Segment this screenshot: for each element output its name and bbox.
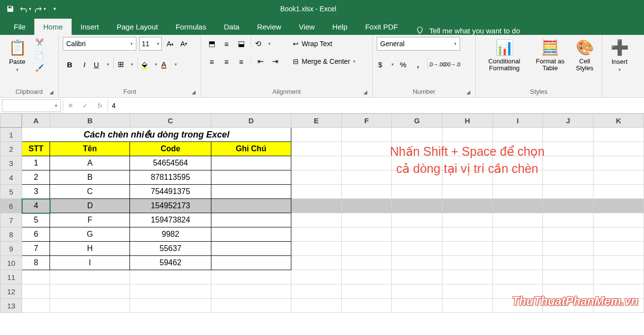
- conditional-formatting-button[interactable]: 📊Conditional Formatting: [480, 37, 529, 74]
- cell[interactable]: [442, 284, 493, 299]
- tab-page-layout[interactable]: Page Layout: [108, 19, 167, 35]
- font-color-button[interactable]: A▾: [160, 57, 179, 71]
- cell[interactable]: [442, 227, 493, 242]
- cell[interactable]: [392, 256, 442, 270]
- column-header[interactable]: G: [392, 114, 442, 128]
- cell[interactable]: [593, 170, 644, 185]
- row-header[interactable]: 11: [0, 270, 22, 284]
- column-header[interactable]: F: [341, 114, 392, 128]
- tab-file[interactable]: File: [5, 19, 34, 35]
- cell[interactable]: [291, 242, 341, 256]
- cell[interactable]: [291, 170, 341, 185]
- cell[interactable]: 3: [22, 185, 50, 199]
- font-size-combo[interactable]: 11▾: [139, 37, 162, 51]
- qat-customize[interactable]: ▾: [48, 2, 61, 15]
- row-header[interactable]: 12: [0, 284, 22, 299]
- cell[interactable]: [341, 284, 392, 299]
- cell[interactable]: [341, 156, 392, 170]
- italic-button[interactable]: I: [77, 57, 91, 71]
- cell[interactable]: [392, 299, 442, 313]
- cell[interactable]: [50, 299, 130, 313]
- comma-button[interactable]: ,: [411, 57, 425, 71]
- row-header[interactable]: 3: [0, 156, 22, 170]
- cell[interactable]: [543, 128, 593, 142]
- cell[interactable]: [442, 185, 493, 199]
- cell[interactable]: F: [50, 213, 130, 227]
- row-header[interactable]: 6: [0, 199, 22, 213]
- cell[interactable]: [543, 213, 593, 227]
- cell[interactable]: [593, 256, 644, 270]
- cell[interactable]: [211, 299, 291, 313]
- cell[interactable]: [392, 284, 442, 299]
- cell[interactable]: 754491375: [130, 185, 211, 199]
- insert-function-button[interactable]: fx: [93, 99, 107, 112]
- cell[interactable]: [211, 284, 291, 299]
- tab-home[interactable]: Home: [34, 19, 72, 35]
- cell[interactable]: [291, 213, 341, 227]
- tell-me-search[interactable]: Tell me what you want to do: [415, 26, 520, 35]
- cell[interactable]: 55637: [130, 242, 211, 256]
- row-header[interactable]: 9: [0, 242, 22, 256]
- cell[interactable]: [211, 256, 291, 270]
- format-painter-button[interactable]: 🖌️: [33, 62, 45, 73]
- cell[interactable]: [22, 299, 50, 313]
- cell[interactable]: Cách chèn nhiều dòng trong Excel: [22, 128, 291, 142]
- borders-button[interactable]: ⊞▾: [116, 57, 135, 71]
- cell[interactable]: [50, 270, 130, 284]
- cell[interactable]: [291, 270, 341, 284]
- increase-indent-button[interactable]: ⇥: [268, 55, 282, 68]
- cell[interactable]: [392, 199, 442, 213]
- row-header[interactable]: 4: [0, 170, 22, 185]
- number-format-combo[interactable]: General▾: [377, 37, 460, 51]
- cut-button[interactable]: ✂️: [33, 37, 45, 48]
- align-middle-button[interactable]: ≡: [220, 37, 233, 51]
- cell[interactable]: 6: [22, 227, 50, 242]
- cell[interactable]: [492, 242, 543, 256]
- cell[interactable]: [341, 242, 392, 256]
- cell[interactable]: [22, 270, 50, 284]
- column-header[interactable]: B: [50, 114, 130, 128]
- column-header[interactable]: D: [211, 114, 291, 128]
- cell[interactable]: [341, 299, 392, 313]
- cell[interactable]: [341, 170, 392, 185]
- align-center-button[interactable]: ≡: [220, 55, 233, 68]
- cell[interactable]: [341, 213, 392, 227]
- cell[interactable]: [341, 270, 392, 284]
- cell[interactable]: [341, 142, 392, 156]
- format-as-table-button[interactable]: 🧮Format as Table: [532, 37, 568, 74]
- cell[interactable]: [543, 170, 593, 185]
- row-header[interactable]: 8: [0, 227, 22, 242]
- cell[interactable]: [211, 199, 291, 213]
- tab-help[interactable]: Help: [324, 19, 357, 35]
- cell-styles-button[interactable]: 🎨Cell Styles: [571, 37, 598, 74]
- fill-color-button[interactable]: ⬙▾: [140, 57, 159, 71]
- cell[interactable]: [211, 227, 291, 242]
- cell[interactable]: [291, 256, 341, 270]
- paste-button[interactable]: 📋 Paste ▾: [4, 37, 30, 74]
- tab-data[interactable]: Data: [215, 19, 248, 35]
- cell[interactable]: STT: [22, 142, 50, 156]
- cell[interactable]: [50, 284, 130, 299]
- decrease-decimal-button[interactable]: .00→.0: [445, 57, 459, 71]
- tab-formulas[interactable]: Formulas: [167, 19, 215, 35]
- cell[interactable]: [543, 156, 593, 170]
- name-box[interactable]: ▾: [2, 99, 61, 112]
- font-name-combo[interactable]: Calibri▾: [63, 37, 136, 51]
- insert-cells-button[interactable]: ➕Insert▾: [606, 37, 633, 74]
- column-header[interactable]: H: [442, 114, 493, 128]
- cell[interactable]: [593, 227, 644, 242]
- cell[interactable]: H: [50, 242, 130, 256]
- decrease-indent-button[interactable]: ⇤: [254, 55, 267, 68]
- cell[interactable]: [442, 256, 493, 270]
- cell[interactable]: [492, 128, 543, 142]
- merge-center-button[interactable]: ⊟Merge & Center▾: [289, 55, 360, 68]
- cell[interactable]: [291, 227, 341, 242]
- align-left-button[interactable]: ≡: [205, 55, 219, 68]
- cell[interactable]: [291, 185, 341, 199]
- column-header[interactable]: J: [543, 114, 593, 128]
- column-header[interactable]: I: [492, 114, 543, 128]
- cell[interactable]: [341, 199, 392, 213]
- formula-input[interactable]: [108, 99, 644, 112]
- cell[interactable]: [442, 299, 493, 313]
- cell[interactable]: [593, 142, 644, 156]
